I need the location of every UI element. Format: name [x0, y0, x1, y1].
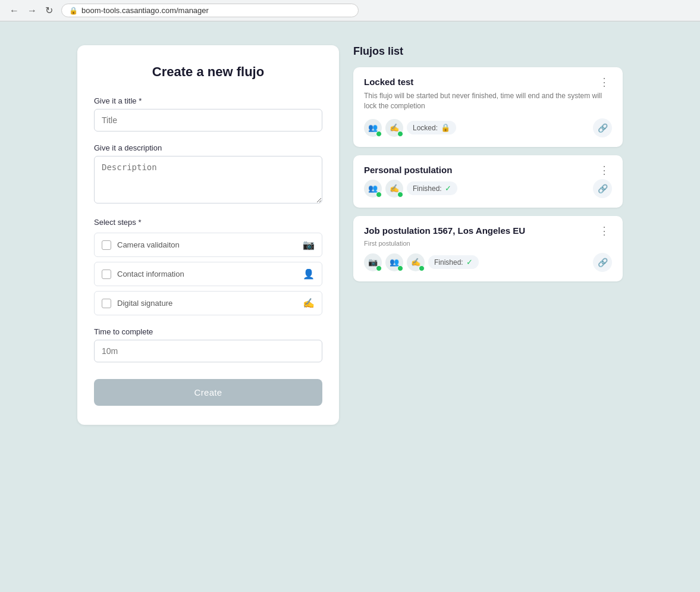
finished-label-job: Finished: [434, 258, 463, 267]
flujos-panel: Flujos list Locked test ⋮ This flujo wil… [353, 45, 623, 290]
flujo-subtitle-job: First postulation [364, 240, 612, 247]
panel-title: Create a new flujo [94, 64, 322, 80]
forward-button[interactable]: → [25, 4, 39, 17]
check-icon-personal: ✓ [445, 184, 451, 193]
status-locked: Locked: 🔒 [407, 121, 456, 134]
description-group: Give it a description [94, 143, 322, 206]
flujo-badges-personal: 👥 ✍ Finished: ✓ [364, 180, 457, 198]
flujo-card-locked-test: Locked test ⋮ This flujo will be started… [353, 67, 623, 147]
check-icon-job: ✓ [466, 258, 473, 267]
checkbox-contact[interactable] [102, 270, 111, 279]
flujo-title-job: Job postulation 1567, Los Angeles EU [364, 225, 525, 236]
step-name-signature: Digital signature [117, 299, 172, 308]
flujo-menu-personal[interactable]: ⋮ [597, 165, 612, 176]
link-btn-job[interactable]: 🔗 [593, 253, 612, 272]
flujo-card-personal: Personal postulation ⋮ 👥 ✍ Finished: ✓ [353, 155, 623, 208]
description-label: Give it a description [94, 143, 322, 152]
reload-button[interactable]: ↻ [43, 4, 55, 17]
dot-users-personal [376, 192, 382, 198]
flujo-title-personal: Personal postulation [364, 165, 452, 175]
locked-label: Locked: [413, 124, 438, 132]
description-input[interactable] [94, 156, 322, 203]
finished-label-personal: Finished: [413, 184, 442, 193]
dot-camera-job [376, 265, 382, 271]
create-panel: Create a new flujo Give it a title * Giv… [77, 45, 339, 425]
dot-sig-personal [397, 192, 403, 198]
checkbox-camera[interactable] [102, 240, 111, 250]
step-name-camera: Camera validaiton [117, 240, 180, 249]
main-content: Create a new flujo Give it a title * Giv… [0, 21, 700, 449]
address-bar[interactable]: 🔒 boom-tools.casantiago.com/manager [61, 4, 359, 17]
title-label: Give it a title * [94, 96, 322, 105]
steps-group: Select steps * Camera validaiton 📷 Conta… [94, 218, 322, 315]
dot-users-job [397, 265, 403, 271]
signature-badge-job: ✍ [407, 253, 425, 271]
flujo-menu-job[interactable]: ⋮ [597, 225, 612, 236]
users-badge-locked: 👥 [364, 119, 382, 137]
back-button[interactable]: ← [7, 4, 21, 17]
browser-navigation: ← → ↻ [7, 4, 55, 17]
camera-icon: 📷 [303, 239, 315, 250]
checkbox-signature[interactable] [102, 299, 111, 308]
browser-bar: ← → ↻ 🔒 boom-tools.casantiago.com/manage… [0, 0, 700, 21]
dot-users-locked [376, 131, 382, 137]
create-button[interactable]: Create [94, 379, 322, 406]
time-group: Time to complete [94, 327, 322, 362]
status-personal: Finished: ✓ [407, 181, 457, 195]
dot-sig-locked [397, 131, 403, 137]
flujos-title: Flujos list [353, 45, 623, 58]
users-badge-job: 👥 [385, 253, 403, 271]
time-input[interactable] [94, 340, 322, 362]
signature-icon: ✍ [303, 297, 315, 309]
url-text: boom-tools.casantiago.com/manager [81, 6, 209, 15]
time-label: Time to complete [94, 327, 322, 336]
flujo-menu-locked[interactable]: ⋮ [597, 77, 612, 87]
camera-badge-job: 📷 [364, 253, 382, 271]
title-group: Give it a title * [94, 96, 322, 131]
flujo-card-job: Job postulation 1567, Los Angeles EU ⋮ F… [353, 216, 623, 281]
title-input[interactable] [94, 109, 322, 131]
step-signature: Digital signature ✍ [94, 291, 322, 315]
dot-sig-job [419, 265, 425, 271]
flujo-desc-locked: This flujo will be started but never fin… [364, 91, 612, 111]
steps-label: Select steps * [94, 218, 322, 227]
signature-badge-personal: ✍ [385, 180, 403, 198]
users-badge-personal: 👥 [364, 180, 382, 198]
link-btn-personal[interactable]: 🔗 [593, 179, 612, 198]
status-job: Finished: ✓ [428, 255, 479, 269]
step-contact: Contact information 👤 [94, 262, 322, 286]
lock-icon: 🔒 [69, 7, 78, 15]
signature-badge-locked: ✍ [385, 119, 403, 137]
step-camera: Camera validaiton 📷 [94, 233, 322, 257]
flujo-title-locked: Locked test [364, 77, 413, 87]
flujo-badges-locked: 👥 ✍ Locked: 🔒 [364, 119, 456, 137]
step-name-contact: Contact information [117, 270, 184, 278]
contact-icon: 👤 [303, 268, 315, 280]
lock-icon-status: 🔒 [441, 123, 450, 132]
flujo-badges-job: 📷 👥 ✍ Finished: ✓ [364, 253, 479, 271]
link-btn-locked[interactable]: 🔗 [593, 118, 612, 137]
